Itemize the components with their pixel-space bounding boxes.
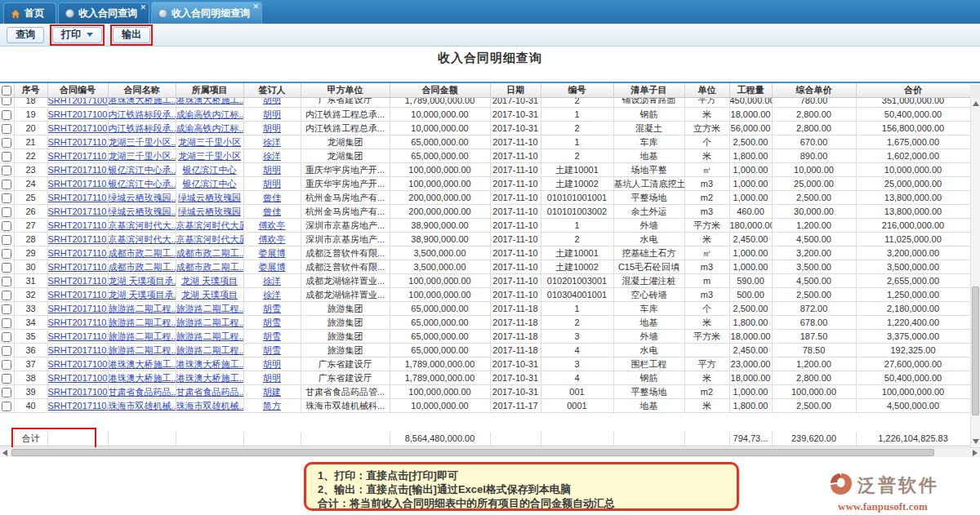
signer-link[interactable]: 娄展博 — [259, 262, 286, 272]
tab-income-contract-query[interactable]: 收入合同查询 ✕ — [58, 2, 149, 24]
project-link[interactable]: 港珠澳大桥施工... — [176, 373, 244, 383]
row-checkbox[interactable] — [2, 166, 11, 175]
signer-link[interactable]: 徐洋 — [263, 276, 281, 286]
project-link[interactable]: 成都市政二期工... — [176, 248, 244, 258]
tab-home[interactable]: 首页 — [3, 2, 56, 24]
contract-no-link[interactable]: SRHT2017110... — [48, 290, 109, 300]
signer-link[interactable]: 娄展博 — [259, 248, 286, 258]
signer-link[interactable]: 胡雪 — [263, 331, 281, 341]
project-link[interactable]: 旅游路二期工程... — [176, 331, 244, 341]
project-link[interactable]: 银亿滨江中心 — [183, 165, 237, 175]
row-checkbox[interactable] — [2, 110, 11, 120]
signer-link[interactable]: 胡明 — [263, 123, 281, 133]
signer-link[interactable]: 曾佳 — [263, 193, 281, 202]
contract-no-link[interactable]: SRHT2017110... — [48, 179, 109, 189]
row-checkbox[interactable] — [2, 207, 11, 217]
contract-name-link[interactable]: 银亿滨江中心承... — [109, 165, 176, 175]
row-checkbox[interactable] — [2, 221, 11, 231]
contract-no-link[interactable]: SRHT2017100... — [48, 387, 109, 397]
column-header-9[interactable]: 清单子目 — [613, 83, 684, 97]
signer-link[interactable]: 胡明 — [263, 98, 281, 105]
column-header-8[interactable]: 编号 — [541, 83, 613, 97]
row-checkbox[interactable] — [2, 360, 11, 370]
row-checkbox[interactable] — [2, 98, 11, 106]
signer-link[interactable]: 徐洋 — [263, 290, 281, 300]
horizontal-scroll-thumb[interactable] — [11, 449, 934, 456]
close-icon[interactable]: ✕ — [252, 2, 259, 11]
row-checkbox[interactable] — [2, 332, 11, 342]
project-link[interactable]: 旅游路二期工程... — [176, 345, 244, 355]
signer-link[interactable]: 胡雪 — [263, 304, 281, 313]
row-checkbox[interactable] — [2, 193, 11, 203]
contract-name-link[interactable]: 龙湖三千里小区... — [109, 151, 176, 161]
project-link[interactable]: 成渝高铁内江标... — [176, 123, 244, 133]
row-checkbox[interactable] — [2, 304, 11, 314]
project-link[interactable]: 绿城云栖玫瑰园 — [178, 193, 241, 202]
contract-name-link[interactable]: 京基滨河时代大... — [109, 234, 176, 244]
row-checkbox[interactable] — [2, 138, 11, 148]
signer-link[interactable]: 胡明 — [263, 373, 281, 383]
scroll-left-icon[interactable] — [2, 450, 7, 456]
contract-name-link[interactable]: 内江铁路标段承... — [109, 123, 176, 133]
contract-name-link[interactable]: 龙湖三千里小区... — [109, 137, 176, 147]
contract-no-link[interactable]: SRHT2017100... — [48, 98, 109, 105]
contract-name-link[interactable]: 珠海市双雄机械... — [109, 401, 176, 411]
contract-name-link[interactable]: 旅游路二期工程... — [109, 304, 176, 313]
project-link[interactable]: 成都市政二期工... — [176, 262, 244, 272]
project-link[interactable]: 龙湖三千里小区 — [178, 137, 241, 147]
column-header-11[interactable]: 工程量 — [729, 83, 772, 97]
contract-no-link[interactable]: SRHT2017110... — [48, 401, 109, 411]
signer-link[interactable]: 胡明 — [263, 165, 281, 175]
contract-name-link[interactable]: 京基滨河时代大... — [109, 220, 176, 230]
row-checkbox[interactable] — [2, 388, 11, 397]
contract-name-link[interactable]: 旅游路二期工程... — [109, 345, 176, 355]
signer-link[interactable]: 曾佳 — [263, 206, 281, 216]
project-link[interactable]: 龙湖 天璞项目 — [181, 290, 238, 300]
column-header-6[interactable]: 合同金额 — [390, 83, 490, 97]
contract-name-link[interactable]: 龙湖 天璞项目承... — [109, 290, 176, 300]
row-checkbox[interactable] — [2, 374, 11, 384]
contract-name-link[interactable]: 港珠澳大桥施工... — [109, 98, 176, 105]
contract-no-link[interactable]: SRHT2017110... — [48, 262, 109, 272]
column-header-1[interactable]: 合同编号 — [47, 83, 108, 97]
project-link[interactable]: 港珠澳大桥施工... — [176, 359, 244, 369]
signer-link[interactable]: 胡明 — [263, 179, 281, 189]
vertical-scroll-thumb[interactable] — [972, 286, 979, 415]
contract-name-link[interactable]: 旅游路二期工程... — [109, 317, 176, 327]
contract-no-link[interactable]: SRHT2017110... — [48, 248, 109, 258]
row-checkbox[interactable] — [2, 180, 11, 189]
signer-link[interactable]: 胡雪 — [263, 317, 281, 327]
project-link[interactable]: 旅游路二期工程... — [176, 317, 244, 327]
row-checkbox[interactable] — [2, 263, 11, 273]
signer-link[interactable]: 徐洋 — [263, 137, 281, 147]
query-button[interactable]: 查询 — [7, 27, 44, 43]
contract-no-link[interactable]: SRHT2017110... — [48, 331, 109, 341]
close-icon[interactable]: ✕ — [140, 3, 146, 11]
column-header-0[interactable]: 序号 — [14, 83, 47, 97]
contract-no-link[interactable]: SRHT2017100... — [48, 373, 109, 383]
contract-no-link[interactable]: SRHT2017110... — [48, 220, 109, 230]
contract-no-link[interactable]: SRHT2017100... — [48, 109, 109, 119]
export-button[interactable]: 输出 — [113, 27, 150, 43]
row-checkbox[interactable] — [2, 346, 11, 356]
scroll-up-icon[interactable] — [973, 101, 979, 106]
contract-no-link[interactable]: SRHT2017110... — [48, 345, 109, 355]
contract-name-link[interactable]: 甘肃省食品药品... — [109, 387, 176, 397]
project-link[interactable]: 港珠澳大桥施工... — [176, 98, 244, 105]
project-link[interactable]: 龙湖三千里小区 — [178, 151, 241, 161]
contract-name-link[interactable]: 成都市政二期工... — [109, 248, 176, 258]
contract-name-link[interactable]: 成都市政二期工... — [109, 262, 176, 272]
contract-no-link[interactable]: SRHT2017110... — [48, 206, 109, 216]
row-checkbox[interactable] — [2, 318, 11, 328]
contract-no-link[interactable]: SRHT2017110... — [48, 165, 109, 175]
column-header-4[interactable]: 签订人 — [243, 83, 301, 97]
project-link[interactable]: 旅游路二期工程... — [176, 304, 244, 313]
project-link[interactable]: 龙湖 天璞项目 — [181, 276, 238, 286]
column-header-12[interactable]: 综合单价 — [772, 83, 856, 97]
contract-no-link[interactable]: SRHT2017110... — [48, 304, 109, 313]
column-header-13[interactable]: 合价 — [856, 83, 970, 97]
signer-link[interactable]: 胡建 — [263, 387, 281, 397]
contract-no-link[interactable]: SRHT2017100... — [48, 123, 109, 133]
horizontal-scrollbar[interactable] — [0, 447, 980, 457]
signer-link[interactable]: 傅欢亭 — [259, 220, 286, 230]
